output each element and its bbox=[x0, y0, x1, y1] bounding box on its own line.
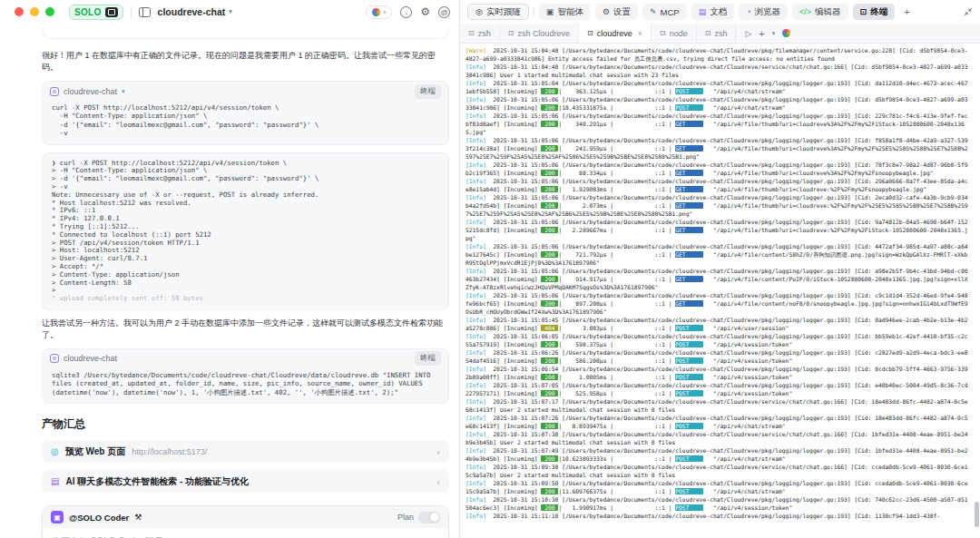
add-panel-tab-button[interactable]: + bbox=[899, 4, 914, 20]
editor-icon: </> bbox=[799, 7, 811, 16]
log-entry: [Info] 2025-10-31 15:04:48 [/Users/byted… bbox=[466, 63, 969, 79]
panel-tab-实时跟随[interactable]: ◎实时跟随 bbox=[467, 4, 529, 20]
terminal-tab-zsh Cloudreve[interactable]: ⊡zsh Cloudreve bbox=[500, 24, 579, 43]
log-entry: [Info] 2025-10-31 15:05:06 [/Users/byted… bbox=[466, 161, 969, 177]
sqlite-command-card[interactable]: cloudreve-chat 终端 sqlite3 /Users/bytedan… bbox=[42, 348, 449, 404]
log-entry: [Info] 2025-10-31 15:11:10 [/Users/byted… bbox=[466, 512, 969, 520]
log-entry: [Info] 2025-10-31 15:07:38 [/Users/byted… bbox=[466, 430, 969, 446]
terminal-tab-label: node bbox=[670, 29, 688, 38]
terminal-tab-strip: ⊡zsh⊡zsh Cloudreve⊡cloudreve×⊡node⊡zsh ▷… bbox=[460, 24, 980, 44]
terminal-tab-label: zsh bbox=[714, 29, 727, 38]
log-entry: [Info] 2025-10-31 15:05:45 [/Users/byted… bbox=[466, 316, 969, 332]
log-entry: [Info] 2025-10-31 15:07:49 [/Users/byted… bbox=[466, 446, 969, 463]
log-entry: [Info] 2025-10-31 15:05:06 [/Users/byted… bbox=[466, 242, 969, 267]
window-controls bbox=[15, 7, 54, 16]
artifact-url: http://localhost:5173/ bbox=[132, 447, 207, 456]
log-entry: [Info] 2025-10-31 15:10:38 [/Users/byted… bbox=[466, 495, 969, 512]
assistant-paragraph: 很好！用户 1 在数据库中有正确的文件记录。现在的问题是我需要用户 1 的正确密… bbox=[42, 50, 449, 73]
panel-tab-label: MCP bbox=[661, 7, 680, 17]
panel-tab-label: 终端 bbox=[870, 6, 887, 18]
artifact-card[interactable]: ▤AI 聊天多模态文件智能检索 - 功能验证与优化› bbox=[42, 470, 449, 493]
terminal-icon: ⊡ bbox=[587, 29, 593, 37]
panel-tab-智能体[interactable]: ▣智能体 bbox=[539, 4, 591, 20]
chat-composer: ▣ @SOLO Coder ⚒ Plan @ # bbox=[42, 505, 449, 538]
minimize-window-button[interactable] bbox=[30, 7, 39, 16]
settings-icon: ⚙ bbox=[603, 7, 610, 16]
log-entry: [Info] 2025-10-31 15:09:38 [/Users/byted… bbox=[466, 463, 969, 479]
terminal-icon: ⊡ bbox=[508, 29, 514, 37]
agent-name: @SOLO Coder bbox=[69, 513, 129, 523]
panel-tab-label: 文档 bbox=[710, 6, 727, 18]
terminal-icon: ⊡ bbox=[468, 29, 475, 37]
command-output: ❯ curl -X POST http://localhost:5212/api… bbox=[43, 153, 448, 309]
artifacts-heading: 产物汇总 bbox=[42, 416, 449, 432]
terminal-tab-label: zsh bbox=[478, 29, 491, 38]
faded-truncated-line: * upload completely sent off: 58 bytes bbox=[52, 294, 203, 302]
zoom-window-button[interactable] bbox=[45, 7, 54, 16]
chevron-down-icon: ▾ bbox=[229, 8, 232, 15]
terminal-tab-zsh[interactable]: ⊡zsh bbox=[460, 24, 500, 43]
log-entry: [Info] 2025-10-31 15:05:06 [/Users/byted… bbox=[466, 177, 969, 193]
terminal-toolbar: ▷ + ▾ bbox=[736, 24, 799, 43]
code-card-title: cloudreve-chat bbox=[64, 87, 117, 96]
plan-toggle[interactable] bbox=[418, 512, 440, 523]
log-entry: [Info] 2025-10-31 15:05:06 [/Users/byted… bbox=[466, 218, 969, 242]
chevron-down-icon[interactable]: ▾ bbox=[122, 88, 125, 95]
terminal-type-badge: 终端 bbox=[415, 351, 441, 366]
terminal-tab-zsh[interactable]: ⊡zsh bbox=[697, 24, 737, 43]
settings-gear-icon[interactable]: ⚙ bbox=[420, 6, 430, 17]
terminal-icon: ⊡ bbox=[705, 29, 711, 37]
topbar: SOLO cloudreve-chat ▾ › ↓ ⚙ @ ◎实时跟随▣智能体⚙… bbox=[0, 0, 980, 24]
terminal-command-card[interactable]: cloudreve-chat ▾ 终端 curl -X POST http://… bbox=[42, 81, 449, 145]
terminal-dropdown-icon[interactable]: ▾ bbox=[772, 30, 776, 37]
terminal-scrollbar[interactable] bbox=[975, 502, 979, 527]
terminal-type-badge: 终端 bbox=[415, 84, 441, 99]
solo-mode-badge[interactable]: SOLO bbox=[69, 5, 123, 20]
log-entry: [Info] 2025-10-31 15:05:06 [/Users/byted… bbox=[466, 291, 969, 316]
terminal-tab-node[interactable]: ⊡node bbox=[652, 24, 697, 43]
ai-terminal-icon[interactable] bbox=[782, 29, 790, 37]
panel-tab-label: 智能体 bbox=[557, 6, 583, 18]
panel-tab-终端[interactable]: ⊡终端 bbox=[853, 4, 896, 20]
terminal-tab-label: zsh Cloudreve bbox=[517, 29, 570, 38]
artifact-card[interactable]: ◎预览 Web 页面http://localhost:5173/› bbox=[42, 440, 449, 463]
panel-tab-文档[interactable]: ▤文档 bbox=[691, 4, 735, 20]
new-terminal-icon[interactable]: + bbox=[759, 28, 764, 39]
panel-tab-设置[interactable]: ⚙设置 bbox=[595, 4, 638, 20]
toggle-sidebar-icon[interactable] bbox=[139, 7, 151, 17]
previous-card-tail bbox=[42, 29, 449, 39]
command-code: curl -X POST http://localhost:5212/api/v… bbox=[43, 101, 448, 144]
code-card-header: cloudreve-chat ▾ 终端 bbox=[43, 82, 448, 101]
follow-live-icon: ◎ bbox=[475, 7, 483, 16]
terminal-log-output[interactable]: [Warn] 2025-10-31 15:04:48 [/Users/byted… bbox=[460, 44, 980, 538]
panel-tab-浏览器[interactable]: ◔浏览器 bbox=[739, 4, 788, 20]
command-code: sqlite3 /Users/bytedance/Documents/code/… bbox=[43, 368, 448, 403]
project-name: cloudreve-chat bbox=[158, 6, 226, 17]
log-entry: [Info] 2025-10-31 15:05:06 [/Users/byted… bbox=[466, 267, 969, 291]
log-entry: [Info] 2025-10-31 15:05:06 [/Users/byted… bbox=[466, 95, 969, 112]
panel-tab-编辑器[interactable]: </>编辑器 bbox=[792, 4, 848, 20]
skills-icon[interactable]: ⚒ bbox=[134, 513, 142, 522]
terminal-tag-icon bbox=[50, 87, 59, 96]
composer-body bbox=[43, 528, 448, 538]
run-task-icon[interactable]: ▷ bbox=[745, 29, 751, 38]
chevron-right-icon: › bbox=[436, 446, 440, 457]
download-icon[interactable]: ↓ bbox=[400, 6, 412, 18]
terminal-panel: ⊡zsh⊡zsh Cloudreve⊡cloudreve×⊡node⊡zsh ▷… bbox=[460, 24, 980, 538]
account-icon[interactable]: @ bbox=[438, 6, 450, 18]
terminal-tab-cloudreve[interactable]: ⊡cloudreve× bbox=[579, 24, 652, 43]
panel-tab-MCP[interactable]: ✎MCP bbox=[642, 4, 687, 20]
code-card-header: cloudreve-chat 终端 bbox=[43, 349, 448, 368]
close-window-button[interactable] bbox=[15, 7, 24, 16]
terminal-tabs: ⊡zsh⊡zsh Cloudreve⊡cloudreve×⊡node⊡zsh bbox=[460, 24, 736, 43]
usage-pill[interactable]: › bbox=[366, 5, 393, 19]
log-entry: [Info] 2025-10-31 15:07:26 [/Users/byted… bbox=[466, 414, 969, 430]
close-icon[interactable]: × bbox=[638, 29, 642, 38]
log-entry: [Info] 2025-10-31 15:05:06 [/Users/byted… bbox=[466, 136, 969, 161]
project-switcher[interactable]: cloudreve-chat ▾ bbox=[158, 6, 232, 17]
terminal-output-card[interactable]: ❯ curl -X POST http://localhost:5212/api… bbox=[42, 152, 449, 310]
chat-panel: 很好！用户 1 在数据库中有正确的文件记录。现在的问题是我需要用户 1 的正确密… bbox=[0, 24, 460, 538]
collapse-panel-icon[interactable] bbox=[964, 4, 973, 20]
log-entry: [Info] 2025-10-31 15:09:50 [/Users/byted… bbox=[466, 479, 969, 495]
agent-icon: ▣ bbox=[546, 7, 554, 16]
